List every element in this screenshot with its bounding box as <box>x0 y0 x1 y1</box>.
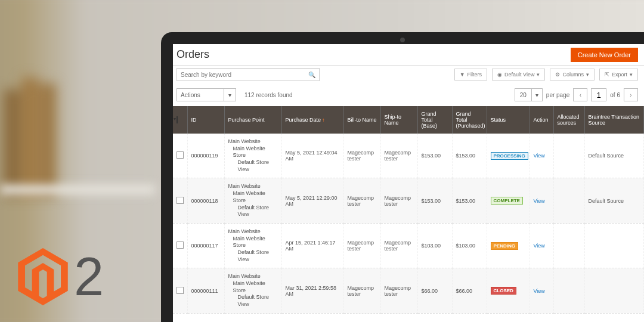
search-box[interactable]: 🔍 <box>177 68 320 81</box>
col-purchase-point[interactable]: Purchase Point <box>224 106 281 134</box>
col-grand-total-purchased[interactable]: Grand Total (Purchased) <box>452 106 487 134</box>
cell-gt-base: $66.00 <box>417 268 452 313</box>
page-input[interactable] <box>591 88 606 101</box>
search-icon[interactable]: 🔍 <box>308 72 315 78</box>
cell-source <box>584 223 644 268</box>
cell-gt-base: $153.00 <box>417 178 452 223</box>
cell-purchase-point: Main WebsiteMain Website StoreDefault St… <box>224 134 281 178</box>
magento-icon <box>18 248 68 305</box>
cell-action: View <box>530 134 553 178</box>
search-input[interactable] <box>181 72 295 78</box>
view-link[interactable]: View <box>534 243 545 249</box>
actions-select[interactable]: Actions ▾ <box>177 88 236 101</box>
next-page-button[interactable]: › <box>624 88 638 101</box>
cell-source: Default Source <box>584 178 644 223</box>
cell-allocated <box>553 268 584 313</box>
cell-id: 000000111 <box>187 268 224 313</box>
cell-status: COMPLETE <box>487 178 530 223</box>
status-badge: PENDING <box>491 242 518 250</box>
caret-down-icon: ▾ <box>586 72 589 78</box>
col-grand-total-base[interactable]: Grand Total (Base) <box>417 106 452 134</box>
prev-page-button[interactable]: ‹ <box>573 88 587 101</box>
cell-action: View <box>530 223 553 268</box>
per-page-select[interactable]: 20 ▾ <box>515 88 543 101</box>
cell-date: May 5, 2021 12:29:00 AM <box>281 178 343 223</box>
col-bill-to[interactable]: Bill-to Name <box>343 106 380 134</box>
columns-button[interactable]: ⚙Columns▾ <box>550 69 595 80</box>
col-ship-to[interactable]: Ship-to Name <box>380 106 417 134</box>
table-row[interactable]: 000000111Main WebsiteMain Website StoreD… <box>173 268 644 313</box>
caret-down-icon: ▾ <box>537 72 540 78</box>
cell-date: May 5, 2021 12:49:04 AM <box>281 134 343 178</box>
view-link[interactable]: View <box>534 198 545 204</box>
page-header: Orders Create New Order <box>173 44 644 66</box>
table-body: 000000119Main WebsiteMain Website StoreD… <box>173 134 644 313</box>
cell-status: PENDING <box>487 223 530 268</box>
cell-source: Default Source <box>584 134 644 178</box>
cell-status: PROCESSING <box>487 134 530 178</box>
toolbar-actions-row: Actions ▾ 112 records found 20 ▾ per pag… <box>173 85 644 106</box>
table-row[interactable]: 000000117Main WebsiteMain Website StoreD… <box>173 223 644 268</box>
cell-date: Mar 31, 2021 2:59:58 AM <box>281 268 343 313</box>
table-header: ID Purchase Point Purchase Date↑ Bill-to… <box>173 106 644 134</box>
cell-id: 000000119 <box>187 134 224 178</box>
cell-gt-purchased: $66.00 <box>452 268 487 313</box>
default-view-button[interactable]: ◉Default View▾ <box>492 69 545 80</box>
col-action[interactable]: Action <box>530 106 553 134</box>
cell-allocated <box>553 178 584 223</box>
filters-button[interactable]: ▼Filters <box>454 69 487 80</box>
row-checkbox[interactable] <box>173 178 187 223</box>
row-checkbox[interactable] <box>173 134 187 178</box>
cell-gt-purchased: $153.00 <box>452 134 487 178</box>
gear-icon: ⚙ <box>555 72 560 78</box>
caret-down-icon[interactable]: ▾ <box>224 89 236 101</box>
export-button[interactable]: ⇱Export▾ <box>599 69 638 80</box>
cell-id: 000000117 <box>187 223 224 268</box>
table-row[interactable]: 000000119Main WebsiteMain Website StoreD… <box>173 134 644 178</box>
camera-icon <box>400 38 405 42</box>
col-purchase-date[interactable]: Purchase Date↑ <box>281 106 343 134</box>
status-badge: CLOSED <box>491 287 516 295</box>
per-page-label: per page <box>546 92 569 98</box>
cell-id: 000000118 <box>187 178 224 223</box>
page-title: Orders <box>177 48 209 61</box>
caret-down-icon[interactable]: ▾ <box>531 89 542 101</box>
view-link[interactable]: View <box>534 288 545 294</box>
cell-gt-base: $153.00 <box>417 134 452 178</box>
cell-bill-to: Magecomp tester <box>343 178 380 223</box>
create-new-order-button[interactable]: Create New Order <box>571 48 638 62</box>
cell-ship-to: Magecomp tester <box>380 134 417 178</box>
laptop-frame: Orders Create New Order 🔍 ▼Filters ◉Defa… <box>161 32 644 322</box>
cell-gt-purchased: $103.00 <box>452 223 487 268</box>
cell-status: CLOSED <box>487 268 530 313</box>
cell-bill-to: Magecomp tester <box>343 134 380 178</box>
records-found: 112 records found <box>244 92 293 98</box>
cell-ship-to: Magecomp tester <box>380 223 417 268</box>
row-checkbox[interactable] <box>173 268 187 313</box>
select-all-header[interactable] <box>173 106 187 134</box>
view-link[interactable]: View <box>534 153 545 159</box>
cell-source <box>584 268 644 313</box>
col-braintree[interactable]: Braintree Transaction Source <box>584 106 644 134</box>
cell-date: Apr 15, 2021 1:46:17 AM <box>281 223 343 268</box>
row-checkbox[interactable] <box>173 223 187 268</box>
export-icon: ⇱ <box>605 72 609 78</box>
cell-purchase-point: Main WebsiteMain Website StoreDefault St… <box>224 178 281 223</box>
status-badge: PROCESSING <box>491 152 528 160</box>
col-status[interactable]: Status <box>487 106 530 134</box>
cell-action: View <box>530 268 553 313</box>
orders-table: ID Purchase Point Purchase Date↑ Bill-to… <box>173 106 644 314</box>
cell-action: View <box>530 178 553 223</box>
col-allocated[interactable]: Allocated sources <box>553 106 584 134</box>
background-books <box>0 42 72 197</box>
background-shelf <box>0 185 155 194</box>
col-id[interactable]: ID <box>187 106 224 134</box>
sort-asc-icon: ↑ <box>322 117 325 123</box>
total-pages: of 6 <box>610 92 620 98</box>
logo-version: 2 <box>74 250 104 304</box>
actions-label: Actions <box>181 92 200 98</box>
table-row[interactable]: 000000118Main WebsiteMain Website StoreD… <box>173 178 644 223</box>
eye-icon: ◉ <box>497 72 502 78</box>
cell-allocated <box>553 223 584 268</box>
toolbar-search-row: 🔍 ▼Filters ◉Default View▾ ⚙Columns▾ ⇱Exp… <box>173 66 644 85</box>
